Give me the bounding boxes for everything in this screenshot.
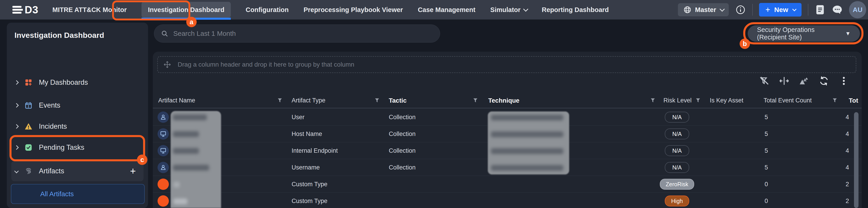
sidebar-item-label: My Dashboards (39, 78, 88, 86)
column-header-tot[interactable]: Tot (849, 97, 858, 104)
sidebar-item-my-dashboards[interactable]: My Dashboards (11, 73, 144, 92)
kebab-menu-icon[interactable] (838, 75, 849, 86)
clear-filter-icon[interactable] (758, 75, 770, 86)
site-scope-dropdown[interactable]: Master (678, 3, 729, 16)
site-selector-value: Security Operations (Recipient Site) (757, 26, 845, 41)
nav-label: Simulator (490, 6, 521, 14)
user-icon (158, 111, 169, 123)
nav-label: MITRE ATT&CK Monitor (53, 6, 127, 14)
d3-logo: D3 (12, 4, 38, 16)
group-by-dropzone[interactable]: Drag a column header and drop it here to… (157, 56, 856, 73)
sidebar-item-label: Events (39, 101, 60, 109)
custom-type-icon (158, 179, 169, 190)
vertical-scrollbar[interactable] (854, 112, 859, 208)
new-button[interactable]: + New (759, 3, 802, 17)
cell-artifact-type: Username (291, 159, 320, 176)
nav-investigation-dashboard[interactable]: Investigation Dashboard (142, 2, 230, 18)
table-row[interactable]: Custom Type ZeroRisk 0 2 (153, 176, 862, 192)
cell-artifact-type: Custom Type (291, 192, 328, 208)
refresh-icon[interactable] (818, 75, 830, 86)
column-header-is-key-asset[interactable]: Is Key Asset (710, 97, 743, 104)
chevron-right-icon (14, 124, 19, 129)
column-header-artifact-name[interactable]: Artifact Name (158, 97, 195, 104)
monitor-icon (158, 145, 169, 156)
column-header-artifact-type[interactable]: Artifact Type (291, 97, 326, 104)
sidebar-item-label: Pending Tasks (39, 144, 84, 152)
sidebar-item-all-artifacts[interactable]: All Artifacts (11, 184, 145, 204)
chat-icon[interactable] (832, 4, 843, 15)
chevron-down-icon (720, 6, 725, 12)
cell-risk-level: N/A (654, 126, 700, 142)
calendar-icon (24, 101, 33, 110)
sidebar: Investigation Dashboard My Dashboards Ev… (7, 23, 148, 208)
chevron-down-icon (792, 7, 796, 11)
column-header-technique[interactable]: Technique (488, 97, 520, 104)
cell-tactic: Collection (389, 142, 416, 159)
cell-total-event-count: 5 (755, 142, 778, 159)
avatar-initials: AU (852, 6, 862, 14)
column-header-risk-level[interactable]: Risk Level (663, 97, 692, 104)
document-icon[interactable] (815, 4, 826, 15)
group-hint-text: Drag a column header and drop it here to… (178, 61, 354, 68)
add-artifact-dashboard-button[interactable]: + (130, 165, 136, 177)
sidebar-item-artifacts[interactable]: Artifacts + (11, 161, 144, 181)
risk-badge: N/A (665, 162, 689, 173)
nav-preprocessing-playbook-viewer[interactable]: Preprocessing Playbook Viewer (304, 6, 403, 14)
nav-simulator[interactable]: Simulator (490, 6, 527, 14)
divider (752, 4, 753, 16)
sidebar-item-incidents[interactable]: Incidents (11, 117, 144, 136)
cell-tactic: Collection (389, 109, 416, 126)
cell-risk-level: N/A (654, 142, 700, 159)
cell-risk-level: ZeroRisk (654, 176, 700, 192)
search-input[interactable] (173, 30, 433, 37)
filter-icon[interactable] (472, 98, 478, 103)
redacted-technique-overlay (488, 111, 569, 175)
nav-label: Reporting Dashboard (542, 6, 609, 14)
table-header-row: Artifact Name Artifact Type Tactic Techn… (153, 95, 862, 108)
nav-label: Case Management (418, 6, 475, 14)
new-button-label: New (774, 6, 788, 14)
sidebar-item-risky-artifacts[interactable]: Risky Artifacts (11, 205, 145, 208)
monitor-icon (158, 128, 169, 139)
artifacts-grid-panel: Drag a column header and drop it here to… (153, 52, 862, 208)
sidebar-item-events[interactable]: Events (11, 96, 144, 115)
nav-reporting-dashboard[interactable]: Reporting Dashboard (542, 6, 609, 14)
callout-badge-b: b (740, 38, 750, 49)
nav-mitre-attck-monitor[interactable]: MITRE ATT&CK Monitor (53, 6, 127, 14)
site-selector-dropdown[interactable]: Security Operations (Recipient Site) ▼ (748, 25, 860, 42)
table-row[interactable]: Custom Type High 0 2 (153, 192, 862, 208)
filter-icon[interactable] (650, 98, 656, 103)
callout-badge-c: c (137, 155, 147, 165)
filter-icon[interactable] (374, 98, 380, 103)
column-header-tactic[interactable]: Tactic (389, 97, 407, 104)
column-header-total-event-count[interactable]: Total Event Count (764, 97, 812, 104)
filter-icon[interactable] (832, 98, 838, 103)
grid-toolbar (758, 75, 849, 86)
filter-icon[interactable] (695, 98, 701, 103)
nav-label: Configuration (246, 6, 289, 14)
redacted-artifact-names-overlay (170, 111, 221, 208)
sidebar-item-pending-tasks[interactable]: Pending Tasks (11, 138, 144, 157)
chevron-down-icon (523, 6, 528, 12)
cell-tot: 4 (827, 142, 849, 159)
nav-configuration[interactable]: Configuration (246, 6, 289, 14)
custom-type-icon (158, 195, 169, 207)
risk-badge: N/A (665, 128, 689, 139)
active-tab-underline (142, 18, 230, 20)
filter-icon[interactable] (277, 98, 283, 103)
master-label: Master (695, 6, 716, 14)
sidebar-item-label: Artifacts (39, 167, 64, 175)
triangles-icon[interactable] (798, 75, 810, 86)
callout-badge-a: a (186, 17, 197, 27)
warning-icon (24, 122, 33, 131)
cell-total-event-count: 5 (755, 126, 778, 142)
cell-tot: 4 (827, 159, 849, 176)
chevron-right-icon (14, 103, 19, 108)
info-icon[interactable] (735, 4, 746, 15)
topbar-right-cluster: Master + New AU (678, 1, 866, 18)
avatar[interactable]: AU (849, 1, 866, 18)
search-bar[interactable] (154, 24, 440, 43)
nav-case-management[interactable]: Case Management (418, 6, 475, 14)
cell-artifact-type: Host Name (291, 126, 322, 142)
column-resize-icon[interactable] (778, 75, 790, 86)
